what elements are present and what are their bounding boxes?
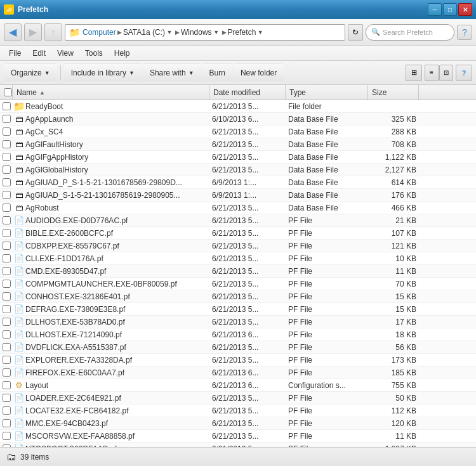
- search-box[interactable]: 🔍 Search Prefetch: [366, 24, 454, 41]
- menu-edit[interactable]: Edit: [27, 48, 51, 59]
- table-row[interactable]: 🗃 AgCx_SC4 6/21/2013 5... Data Base File…: [0, 126, 476, 138]
- row-checkbox[interactable]: [3, 242, 11, 250]
- table-row[interactable]: 📄 DEFRAG.EXE-73809E3E8.pf 6/21/2013 5...…: [0, 303, 476, 316]
- maximize-button[interactable]: □: [443, 3, 457, 16]
- row-checkbox[interactable]: [3, 292, 11, 301]
- table-row[interactable]: 📄 EXPLORER.EXE-7A3328DA.pf 6/21/2013 5..…: [0, 354, 476, 366]
- burn-button[interactable]: Burn: [202, 63, 232, 82]
- check-all-header[interactable]: [0, 85, 13, 100]
- table-row[interactable]: 📄 CMD.EXE-89305D47.pf 6/21/2013 5... PF …: [0, 265, 476, 278]
- table-row[interactable]: 🗃 AgGlGlobalHistory 6/21/2013 5... Data …: [0, 164, 476, 176]
- table-row[interactable]: 📄 LOCATE32.EXE-FCB64182.pf 6/21/2013 5..…: [0, 405, 476, 417]
- row-checkbox[interactable]: [3, 127, 11, 136]
- type-column-header[interactable]: Type: [286, 85, 368, 100]
- row-checkbox[interactable]: [3, 115, 11, 123]
- row-date: 6/21/2013 5...: [209, 242, 286, 250]
- path-dropdown1[interactable]: SATA1a (C:): [123, 28, 165, 37]
- include-library-button[interactable]: Include in library ▼: [64, 63, 142, 82]
- forward-button[interactable]: ▶: [24, 23, 42, 41]
- row-checkbox[interactable]: [3, 305, 11, 313]
- back-button[interactable]: ◀: [4, 23, 22, 41]
- table-row[interactable]: 🗃 AgGlUAD_S-1-5-21-13016785619-2980905..…: [0, 189, 476, 202]
- file-area: Name ▲ Date modified Type Size 📁 ReadyBo…: [0, 85, 476, 447]
- table-row[interactable]: 📁 ReadyBoot 6/21/2013 5... File folder: [0, 100, 476, 113]
- table-row[interactable]: 📄 BIBLE.EXE-2600BCFC.pf 6/21/2013 5... P…: [0, 227, 476, 240]
- row-type: Data Base File: [286, 178, 368, 187]
- row-icon-cell: 📄: [13, 228, 25, 238]
- close-button[interactable]: ✕: [458, 3, 472, 16]
- row-checkbox[interactable]: [3, 419, 11, 427]
- path-arrow3[interactable]: ▼: [256, 24, 265, 41]
- row-name: ReadyBoot: [25, 102, 209, 111]
- path-arrow1[interactable]: ▼: [165, 24, 174, 41]
- path-arrow2[interactable]: ▼: [212, 24, 221, 41]
- table-row[interactable]: 📄 AUDIODG.EXE-D0D776AC.pf 6/21/2013 5...…: [0, 214, 476, 227]
- share-with-button[interactable]: Share with ▼: [143, 63, 201, 82]
- table-row[interactable]: 📄 CONHOST.EXE-32186E401.pf 6/21/2013 5..…: [0, 290, 476, 303]
- row-checkbox[interactable]: [3, 432, 11, 440]
- date-column-header[interactable]: Date modified: [209, 85, 286, 100]
- table-row[interactable]: 🗃 AgRobust 6/21/2013 5... Data Base File…: [0, 202, 476, 214]
- row-checkbox[interactable]: [3, 254, 11, 262]
- question-button[interactable]: ?: [456, 65, 472, 81]
- row-checkbox[interactable]: [3, 318, 11, 326]
- address-path[interactable]: 📁 Computer ▶ SATA1a (C:) ▼ ▶ Windows ▼ ▶…: [65, 24, 345, 41]
- table-row[interactable]: 🗃 AgGlFgAppHistory 6/21/2013 5... Data B…: [0, 151, 476, 164]
- row-date: 6/9/2013 1:...: [209, 178, 286, 187]
- row-checkbox[interactable]: [3, 343, 11, 351]
- name-column-header[interactable]: Name ▲: [13, 85, 209, 100]
- pf-icon: 📄: [14, 279, 24, 288]
- table-row[interactable]: 📄 MMC.EXE-94CB0423.pf 6/21/2013 5... PF …: [0, 417, 476, 430]
- row-checkbox[interactable]: [3, 204, 11, 212]
- table-row[interactable]: 📄 CLI.EXE-F1DD176A.pf 6/21/2013 5... PF …: [0, 252, 476, 265]
- row-checkbox[interactable]: [3, 394, 11, 402]
- table-row[interactable]: 📄 DLLHOST.EXE-53B78AD0.pf 6/21/2013 5...…: [0, 316, 476, 328]
- row-checkbox[interactable]: [3, 444, 11, 447]
- row-checkbox[interactable]: [3, 267, 11, 275]
- table-row[interactable]: 🗃 AgGlFaultHistory 6/21/2013 5... Data B…: [0, 138, 476, 151]
- row-checkbox[interactable]: [3, 229, 11, 237]
- menu-view[interactable]: View: [52, 48, 79, 59]
- row-checkbox[interactable]: [3, 102, 11, 110]
- menu-help[interactable]: Help: [109, 48, 135, 59]
- row-checkbox[interactable]: [3, 178, 11, 186]
- tiles-view-button[interactable]: ⊡: [439, 65, 453, 81]
- size-column-header[interactable]: Size: [368, 85, 419, 100]
- table-row[interactable]: 🗃 AgAppLaunch 6/10/2013 6... Data Base F…: [0, 113, 476, 126]
- row-checkbox[interactable]: [3, 356, 11, 364]
- row-checkbox[interactable]: [3, 368, 11, 377]
- table-row[interactable]: 📄 DVDFLICK.EXA-A5515387.pf 6/21/2013 5..…: [0, 341, 476, 354]
- row-checkbox[interactable]: [3, 140, 11, 148]
- up-button[interactable]: ↑: [44, 23, 62, 41]
- row-checkbox[interactable]: [3, 381, 11, 389]
- table-row[interactable]: 📄 MSCORSVW.EXE-FAA88858.pf 6/21/2013 5..…: [0, 430, 476, 443]
- row-checkbox[interactable]: [3, 153, 11, 161]
- table-row[interactable]: 📄 LOADER.EXE-2C64E921.pf 6/21/2013 5... …: [0, 392, 476, 405]
- new-folder-button[interactable]: New folder: [234, 63, 284, 82]
- table-row[interactable]: 📄 NTOSBOOT.B00DFAAD.pf 6/21/2013 5... PF…: [0, 443, 476, 447]
- row-checkbox[interactable]: [3, 406, 11, 415]
- table-row[interactable]: 📄 DLLHOST.EXE-71214090.pf 6/21/2013 6...…: [0, 328, 476, 341]
- row-checkbox[interactable]: [3, 191, 11, 199]
- check-all-checkbox[interactable]: [4, 88, 12, 96]
- details-view-button[interactable]: ≡: [425, 65, 439, 81]
- table-row[interactable]: ⚙ Layout 6/21/2013 6... Configuration s.…: [0, 379, 476, 392]
- menu-tools[interactable]: Tools: [80, 48, 108, 59]
- refresh-button[interactable]: ↻: [348, 24, 363, 41]
- minimize-button[interactable]: ─: [428, 3, 442, 16]
- table-row[interactable]: 📄 COMPMGMTLAUNCHER.EXE-0BF80059.pf 6/21/…: [0, 278, 476, 290]
- help-button[interactable]: ?: [457, 25, 472, 40]
- organize-button[interactable]: Organize ▼: [4, 63, 57, 82]
- row-type: PF File: [286, 394, 368, 403]
- row-checkbox[interactable]: [3, 330, 11, 339]
- row-type: PF File: [286, 432, 368, 441]
- table-row[interactable]: 📄 CDBXPP.EXE-85579C67.pf 6/21/2013 5... …: [0, 240, 476, 252]
- row-checkbox[interactable]: [3, 216, 11, 224]
- table-row[interactable]: 🗃 AgGlUAD_P_S-1-5-21-1301678569-29809D..…: [0, 176, 476, 189]
- path-dropdown2[interactable]: Windows: [181, 28, 212, 37]
- view-menu-button[interactable]: ⊞: [406, 65, 422, 81]
- row-checkbox[interactable]: [3, 165, 11, 174]
- menu-file[interactable]: File: [4, 48, 26, 59]
- table-row[interactable]: 📄 FIREFOX.EXE-E60C0AA7.pf 6/21/2013 6...…: [0, 366, 476, 379]
- row-checkbox[interactable]: [3, 280, 11, 288]
